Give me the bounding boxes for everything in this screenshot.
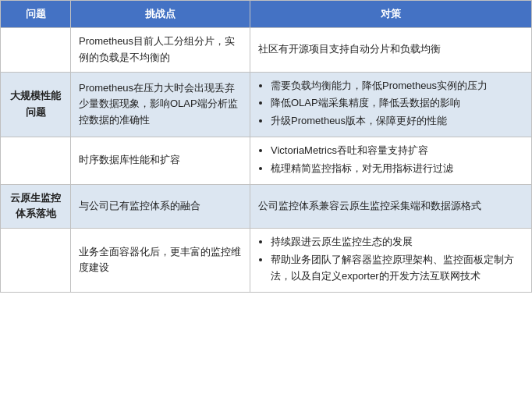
header-solution: 对策 — [250, 1, 532, 28]
issue-cell-3 — [1, 137, 71, 184]
challenge-cell-5: 业务全面容器化后，更丰富的监控维度建设 — [71, 229, 250, 292]
challenge-cell-3: 时序数据库性能和扩容 — [71, 137, 250, 184]
issue-cell-5 — [1, 229, 71, 292]
issue-cell-4: 云原生监控体系落地 — [1, 184, 71, 229]
solution-cell-3: VictoriaMetrics吞吐和容量支持扩容 梳理精简监控指标，对无用指标进… — [250, 137, 532, 184]
challenge-cell-1: Prometheus目前人工分组分片，实例的负载是不均衡的 — [71, 28, 250, 73]
solution-cell-4: 公司监控体系兼容云原生监控采集端和数据源格式 — [250, 184, 532, 229]
header-challenge: 挑战点 — [71, 1, 250, 28]
solution-cell-2: 需要负载均衡能力，降低Prometheus实例的压力 降低OLAP端采集精度，降… — [250, 72, 532, 137]
challenge-cell-4: 与公司已有监控体系的融合 — [71, 184, 250, 229]
header-issue: 问题 — [1, 1, 71, 28]
solution-cell-1: 社区有开源项目支持自动分片和负载均衡 — [250, 28, 532, 73]
issue-cell-2: 大规模性能问题 — [1, 72, 71, 137]
challenge-cell-2: Prometheus在压力大时会出现丢弃少量数据现象，影响OLAP端分析监控数据… — [71, 72, 250, 137]
issue-cell-1 — [1, 28, 71, 73]
solution-cell-5: 持续跟进云原生监控生态的发展 帮助业务团队了解容器监控原理架构、监控面板定制方法… — [250, 229, 532, 292]
